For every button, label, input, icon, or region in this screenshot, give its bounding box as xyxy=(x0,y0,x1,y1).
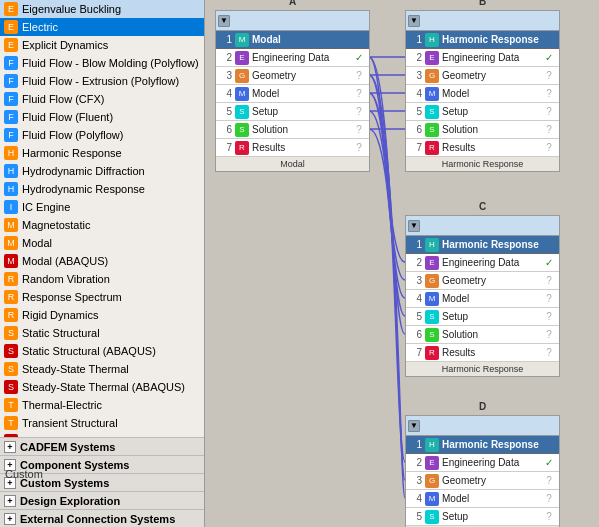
sys-row-0[interactable]: 1HHarmonic Response xyxy=(406,31,559,49)
left-item-3[interactable]: FFluid Flow - Blow Molding (Polyflow) xyxy=(0,54,204,72)
row-icon-4: S xyxy=(425,310,439,324)
sys-row-4[interactable]: 5SSetup? xyxy=(406,103,559,121)
expand-icon-4: + xyxy=(4,513,16,525)
analysis-list: EEigenvalue BucklingEElectricEExplicit D… xyxy=(0,0,204,437)
row-label-0: Harmonic Response xyxy=(442,239,541,250)
sys-row-3[interactable]: 4MModel? xyxy=(406,290,559,308)
row-icon-5: S xyxy=(235,123,249,137)
collapse-btn-columnB[interactable]: ▼ xyxy=(408,15,420,27)
left-item-7[interactable]: FFluid Flow (Polyflow) xyxy=(0,126,204,144)
row-num-6: 7 xyxy=(408,347,422,358)
sys-row-3[interactable]: 4MModel? xyxy=(406,85,559,103)
sys-row-2[interactable]: 3GGeometry? xyxy=(406,67,559,85)
sys-row-0[interactable]: 1HHarmonic Response xyxy=(406,236,559,254)
row-status-4: ? xyxy=(541,106,557,117)
item-label-13: Modal xyxy=(22,237,52,249)
row-label-4: Setup xyxy=(442,311,541,322)
section-4[interactable]: +External Connection Systems xyxy=(0,509,204,527)
left-item-10[interactable]: HHydrodynamic Response xyxy=(0,180,204,198)
sys-row-5[interactable]: 6SSolution? xyxy=(216,121,369,139)
item-icon-19: S xyxy=(4,344,18,358)
left-item-14[interactable]: MModal (ABAQUS) xyxy=(0,252,204,270)
row-label-4: Setup xyxy=(442,106,541,117)
row-num-4: 5 xyxy=(408,106,422,117)
sys-row-0[interactable]: 1MModal xyxy=(216,31,369,49)
item-label-12: Magnetostatic xyxy=(22,219,90,231)
left-item-17[interactable]: RRigid Dynamics xyxy=(0,306,204,324)
row-num-1: 2 xyxy=(408,457,422,468)
sys-row-2[interactable]: 3GGeometry? xyxy=(406,272,559,290)
sys-row-6[interactable]: 7RResults? xyxy=(216,139,369,157)
row-status-4: ? xyxy=(541,511,557,522)
sys-row-1[interactable]: 2EEngineering Data✓ xyxy=(406,254,559,272)
item-label-0: Eigenvalue Buckling xyxy=(22,3,121,15)
left-item-6[interactable]: FFluid Flow (Fluent) xyxy=(0,108,204,126)
row-num-0: 1 xyxy=(408,439,422,450)
sys-row-2[interactable]: 3GGeometry? xyxy=(406,472,559,490)
left-item-19[interactable]: SStatic Structural (ABAQUS) xyxy=(0,342,204,360)
item-label-9: Hydrodynamic Diffraction xyxy=(22,165,145,177)
left-item-8[interactable]: HHarmonic Response xyxy=(0,144,204,162)
row-label-1: Engineering Data xyxy=(442,52,541,63)
row-num-4: 5 xyxy=(408,311,422,322)
sys-row-6[interactable]: 7RResults? xyxy=(406,344,559,362)
left-item-16[interactable]: RResponse Spectrum xyxy=(0,288,204,306)
item-label-2: Explicit Dynamics xyxy=(22,39,108,51)
row-label-1: Engineering Data xyxy=(442,257,541,268)
row-icon-2: G xyxy=(425,474,439,488)
row-status-6: ? xyxy=(541,347,557,358)
sys-row-3[interactable]: 4MModel? xyxy=(406,490,559,508)
left-item-11[interactable]: IIC Engine xyxy=(0,198,204,216)
left-item-0[interactable]: EEigenvalue Buckling xyxy=(0,0,204,18)
left-item-21[interactable]: SSteady-State Thermal (ABAQUS) xyxy=(0,378,204,396)
left-item-13[interactable]: MModal xyxy=(0,234,204,252)
item-icon-17: R xyxy=(4,308,18,322)
left-item-9[interactable]: HHydrodynamic Diffraction xyxy=(0,162,204,180)
sys-row-4[interactable]: 5SSetup? xyxy=(406,308,559,326)
sys-row-5[interactable]: 6SSolution? xyxy=(406,326,559,344)
item-label-8: Harmonic Response xyxy=(22,147,122,159)
left-item-5[interactable]: FFluid Flow (CFX) xyxy=(0,90,204,108)
item-icon-2: E xyxy=(4,38,18,52)
item-label-5: Fluid Flow (CFX) xyxy=(22,93,105,105)
sys-row-6[interactable]: 7RResults? xyxy=(406,139,559,157)
row-label-3: Model xyxy=(442,293,541,304)
left-item-15[interactable]: RRandom Vibration xyxy=(0,270,204,288)
left-item-20[interactable]: SSteady-State Thermal xyxy=(0,360,204,378)
row-label-5: Solution xyxy=(442,124,541,135)
row-icon-1: E xyxy=(425,51,439,65)
sys-row-4[interactable]: 5SSetup? xyxy=(406,508,559,526)
system-header-row-columnD: ▼ xyxy=(406,416,559,436)
sys-row-5[interactable]: 6SSolution? xyxy=(406,121,559,139)
sys-row-0[interactable]: 1HHarmonic Response xyxy=(406,436,559,454)
collapse-btn-columnD[interactable]: ▼ xyxy=(408,420,420,432)
left-item-4[interactable]: FFluid Flow - Extrusion (Polyflow) xyxy=(0,72,204,90)
left-item-2[interactable]: EExplicit Dynamics xyxy=(0,36,204,54)
left-item-12[interactable]: MMagnetostatic xyxy=(0,216,204,234)
row-label-4: Setup xyxy=(252,106,351,117)
collapse-btn-columnA[interactable]: ▼ xyxy=(218,15,230,27)
sys-row-1[interactable]: 2EEngineering Data✓ xyxy=(406,454,559,472)
row-status-3: ? xyxy=(541,493,557,504)
left-item-18[interactable]: SStatic Structural xyxy=(0,324,204,342)
sys-row-1[interactable]: 2EEngineering Data✓ xyxy=(406,49,559,67)
row-status-2: ? xyxy=(351,70,367,81)
sys-row-3[interactable]: 4MModel? xyxy=(216,85,369,103)
left-item-23[interactable]: TTransient Structural xyxy=(0,414,204,432)
sys-row-2[interactable]: 3GGeometry? xyxy=(216,67,369,85)
left-item-22[interactable]: TThermal-Electric xyxy=(0,396,204,414)
row-icon-1: E xyxy=(235,51,249,65)
row-status-1: ✓ xyxy=(541,52,557,63)
section-0[interactable]: +CADFEM Systems xyxy=(0,437,204,455)
sys-row-4[interactable]: 5SSetup? xyxy=(216,103,369,121)
left-item-1[interactable]: EElectric xyxy=(0,18,204,36)
expand-icon-0: + xyxy=(4,441,16,453)
row-icon-1: E xyxy=(425,456,439,470)
section-label-0: CADFEM Systems xyxy=(20,441,115,453)
sys-row-1[interactable]: 2EEngineering Data✓ xyxy=(216,49,369,67)
item-icon-4: F xyxy=(4,74,18,88)
collapse-btn-columnC[interactable]: ▼ xyxy=(408,220,420,232)
row-num-2: 3 xyxy=(218,70,232,81)
section-3[interactable]: +Design Exploration xyxy=(0,491,204,509)
item-icon-16: R xyxy=(4,290,18,304)
